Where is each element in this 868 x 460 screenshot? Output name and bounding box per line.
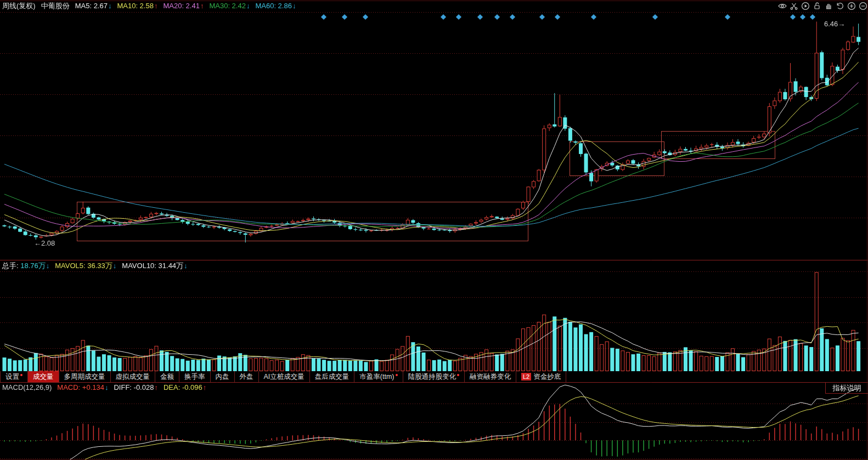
indicator-value: MACD(12,26,9) [2, 383, 52, 391]
indicator-value: 周线(复权) [2, 2, 36, 10]
tab-item-4[interactable]: 金额 [155, 371, 179, 382]
zoom-out-icon[interactable] [859, 2, 867, 10]
down-arrow-icon: ↓ [246, 2, 250, 10]
indicator-value: MA30: 2.42↓ [209, 2, 250, 10]
tab-item-12[interactable]: 融资融券变化 [465, 371, 516, 382]
volume-indicator-header: 总手: 18.76万↓MAVOL5: 36.33万↓MAVOL10: 31.44… [2, 261, 193, 271]
tab-item-11[interactable]: 陆股通持股变化 [403, 371, 465, 382]
indicator-value: DIFF: -0.028↑ [114, 383, 157, 391]
indicator-value: MAVOL10: 31.44万↓ [122, 262, 187, 270]
eye-icon[interactable] [778, 2, 787, 10]
tab-item-8[interactable]: AI立桩成交量 [259, 371, 310, 382]
indicator-value: MA60: 2.86↓ [255, 2, 296, 10]
indicator-value: MAVOL5: 36.33万↓ [55, 262, 116, 270]
l2-badge: L2 [521, 373, 531, 381]
tab-item-6[interactable]: 内盘 [211, 371, 235, 382]
tab-item-7[interactable]: 外盘 [235, 371, 259, 382]
up-arrow-icon: ↑ [154, 383, 158, 391]
indicator-value: MA10: 2.58↑ [117, 2, 157, 10]
chart-app-window: 周线(复权)中葡股份MA5: 2.67↓MA10: 2.58↑MA20: 2.4… [0, 0, 868, 460]
tab-item-1[interactable]: 成交量 [28, 371, 59, 382]
tab-item-9[interactable]: 盘后成交量 [310, 371, 355, 382]
indicator-value: 总手: 18.76万↓ [2, 262, 49, 270]
notification-dot [396, 374, 398, 376]
indicator-value: MA5: 2.67↓ [75, 2, 112, 10]
tab-item-5[interactable]: 换手率 [179, 371, 211, 382]
down-arrow-icon: ↓ [292, 2, 296, 10]
up-arrow-icon: ↑ [154, 2, 158, 10]
macd-indicator-header: MACD(12,26,9)MACD: +0.134↓DIFF: -0.028↑D… [2, 383, 212, 391]
tab-item-10[interactable]: 市盈率(ttm) [354, 371, 403, 382]
up-arrow-icon: ↑ [200, 2, 204, 10]
down-arrow-icon: ↓ [46, 262, 50, 270]
indicator-value: 中葡股份 [41, 2, 70, 10]
down-arrow-icon: ↓ [184, 262, 188, 270]
notification-dot [457, 374, 459, 376]
undo-icon[interactable] [836, 2, 844, 10]
indicator-value: MA20: 2.41↑ [163, 2, 204, 10]
chart-toolbar [778, 2, 867, 10]
tab-item-13[interactable]: L2资金抄底 [516, 371, 566, 382]
indicator-value: DEA: -0.096↑ [164, 383, 206, 391]
indicator-help-button[interactable]: 指标说明 [825, 383, 868, 394]
tab-item-3[interactable]: 虚拟成交量 [111, 371, 156, 382]
latest-price-label: 6.46→ [824, 20, 845, 28]
play-icon[interactable] [801, 2, 810, 10]
down-arrow-icon: ↓ [113, 262, 117, 270]
up-arrow-icon: ↑ [203, 383, 207, 391]
down-arrow-icon: ↓ [105, 383, 109, 391]
low-price-label: ←2.08 [34, 239, 55, 247]
main-indicator-header: 周线(复权)中葡股份MA5: 2.67↓MA10: 2.58↑MA20: 2.4… [2, 1, 301, 11]
tab-item-2[interactable]: 多周期成交量 [59, 371, 111, 382]
indicator-tab-bar: 设置成交量多周期成交量虚拟成交量金额换手率内盘外盘AI立桩成交量盘后成交量市盈率… [0, 371, 566, 382]
down-arrow-icon: ↓ [108, 2, 112, 10]
scissors-icon[interactable] [790, 2, 798, 10]
hand-icon[interactable] [824, 2, 833, 10]
notification-dot [20, 374, 22, 376]
tab-item-0[interactable]: 设置 [0, 371, 28, 382]
lock-icon[interactable] [813, 2, 821, 10]
zoom-in-icon[interactable] [847, 2, 856, 10]
indicator-value: MACD: +0.134↓ [57, 383, 108, 391]
